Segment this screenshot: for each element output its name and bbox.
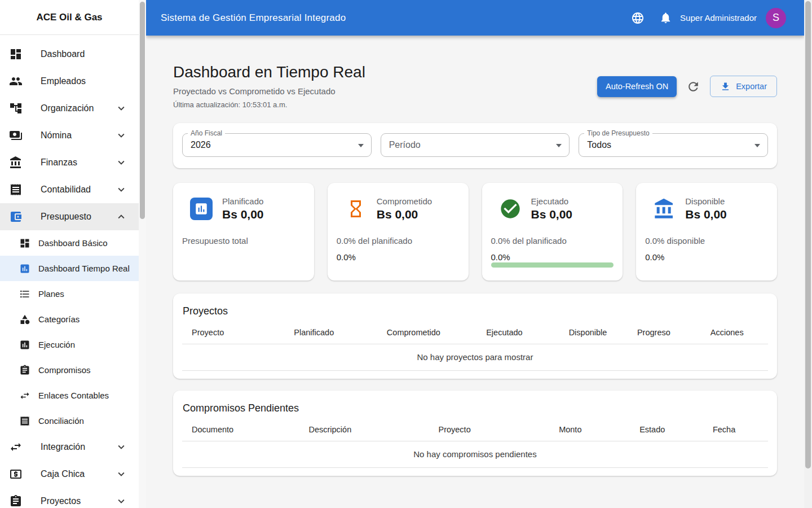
sidebar-item-label: Nómina (41, 130, 115, 141)
swap-icon (19, 390, 30, 401)
select-periodo[interactable]: Período (381, 133, 570, 157)
cash-icon (9, 467, 23, 481)
page-title: Dashboard en Tiempo Real (173, 63, 365, 81)
sidebar-item-finanzas[interactable]: Finanzas (0, 149, 139, 176)
sidebar-subitem-label: Enlaces Contables (38, 391, 109, 400)
refresh-button[interactable] (686, 80, 700, 94)
projects-card: Proyectos ProyectoPlanificadoComprometid… (173, 294, 777, 379)
sidebar-item-label: Empleados (41, 76, 131, 86)
sidebar-subitem-compromisos[interactable]: Compromisos (0, 357, 139, 383)
stat-title: Disponible (685, 196, 727, 206)
sidebar-item-label: Finanzas (41, 157, 115, 168)
sidebar-subitem-categorias[interactable]: Categorías (0, 306, 139, 332)
chevron-down-icon (115, 495, 127, 507)
sidebar-item-nomina[interactable]: Nómina (0, 122, 139, 149)
sidebar-subitem-label: Categorías (38, 314, 80, 324)
sidebar-scrollbar-thumb[interactable] (140, 2, 145, 219)
sidebar-item-proyectos[interactable]: Proyectos (0, 488, 139, 508)
export-button[interactable]: Exportar (710, 76, 777, 97)
sidebar-subitem-planes[interactable]: Planes (0, 281, 139, 306)
page-scrollbar[interactable] (804, 0, 812, 508)
bell-icon[interactable] (659, 11, 672, 24)
sidebar-subitem-label: Planes (38, 289, 64, 299)
select-placeholder: Período (389, 140, 421, 150)
chevron-down-icon (115, 129, 127, 142)
last-update-text: Última actualización: 10:53:01 a.m. (173, 100, 365, 109)
stat-card-ejecutado: EjecutadoBs 0,000.0% del planificado0.0% (482, 183, 623, 281)
sidebar-item-label: Caja Chica (41, 469, 115, 479)
dropdown-arrow-icon (358, 144, 364, 147)
sidebar-item-empleados[interactable]: Empleados (0, 68, 139, 95)
progress-bar (491, 262, 614, 268)
select-tipo-de-presupuesto[interactable]: Tipo de PresupuestoTodos (579, 133, 768, 157)
avatar[interactable]: S (766, 8, 786, 28)
auto-refresh-button[interactable]: Auto-Refresh ON (597, 76, 677, 97)
bar-chart-icon (19, 263, 30, 274)
export-button-label: Exportar (736, 82, 767, 91)
sidebar-item-label: Contabilidad (41, 185, 115, 195)
stat-value: Bs 0,00 (685, 208, 727, 221)
column-header-proyecto: Proyecto (182, 322, 255, 344)
stat-percent: 0.0% (491, 252, 614, 262)
sidebar-subitem-label: Ejecución (38, 340, 75, 349)
sidebar-item-label: Dashboard (41, 49, 131, 59)
sidebar-item-label: Integración (41, 442, 115, 452)
sidebar-subitem-dashboard-basico[interactable]: Dashboard Básico (0, 230, 139, 256)
clipboard-icon (9, 494, 23, 508)
column-header-progreso: Progreso (621, 322, 686, 344)
clipboard-icon (19, 365, 30, 376)
payments-icon (9, 129, 23, 142)
bank-icon (653, 198, 676, 220)
sidebar-subitem-enlaces-contables[interactable]: Enlaces Contables (0, 383, 139, 408)
sidebar-item-contabilidad[interactable]: Contabilidad (0, 176, 139, 203)
sidebar-item-organizacion[interactable]: Organización (0, 95, 139, 122)
empty-message: No hay proyectos para mostrar (182, 344, 768, 371)
stat-title: Comprometido (377, 196, 432, 206)
category-icon (19, 314, 30, 325)
empty-row: No hay proyectos para mostrar (182, 344, 768, 371)
sidebar-item-dashboard[interactable]: Dashboard (0, 41, 139, 68)
sidebar-item-presupuesto[interactable]: Presupuesto (0, 203, 139, 230)
company-name: ACE Oil & Gas (0, 0, 139, 35)
projects-table-title: Proyectos (183, 305, 768, 317)
column-header-ejecutado: Ejecutado (454, 322, 554, 344)
projects-table: ProyectoPlanificadoComprometidoEjecutado… (182, 322, 768, 371)
sidebar-subitem-conciliacion[interactable]: Conciliación (0, 408, 139, 433)
chevron-down-icon (115, 183, 127, 196)
sidebar-subitem-dashboard-tiempo-real[interactable]: Dashboard Tiempo Real (0, 256, 139, 281)
sidebar-item-integracion[interactable]: Integración (0, 433, 139, 461)
check-circle-icon (499, 198, 522, 220)
sidebar: ACE Oil & Gas DashboardEmpleadosOrganiza… (0, 0, 146, 508)
refresh-icon (686, 80, 700, 94)
list-icon (19, 288, 30, 300)
user-name: Super Administrador (680, 13, 757, 23)
dropdown-arrow-icon (754, 144, 760, 147)
commitments-table: DocumentoDescripciónProyectoMontoEstadoF… (182, 419, 768, 468)
sidebar-subitem-label: Compromisos (38, 365, 91, 375)
select-floating-label: Año Fiscal (188, 129, 225, 137)
bank-icon (9, 156, 23, 169)
sidebar-subitem-ejecucion[interactable]: Ejecución (0, 332, 139, 357)
receipt-icon (9, 183, 23, 196)
sidebar-scrollbar[interactable] (139, 0, 146, 508)
globe-icon[interactable] (631, 11, 645, 25)
sidebar-item-caja-chica[interactable]: Caja Chica (0, 461, 139, 488)
bar-chart-icon (190, 198, 213, 220)
sidebar-item-label: Organización (41, 103, 115, 113)
empty-message: No hay compromisos pendientes (182, 441, 768, 468)
stat-value: Bs 0,00 (531, 208, 573, 221)
main-content: Dashboard en Tiempo Real Proyectado vs C… (146, 36, 804, 508)
dashboard-icon (19, 238, 30, 249)
page-subtitle: Proyectado vs Comprometido vs Ejecutado (173, 86, 365, 96)
sidebar-subitem-label: Conciliación (38, 416, 84, 426)
chevron-down-icon (115, 441, 127, 453)
column-header-proyecto: Proyecto (393, 419, 516, 441)
select-floating-label: Tipo de Presupuesto (584, 129, 652, 137)
page-scrollbar-thumb[interactable] (805, 1, 811, 468)
stat-card-disponible: DisponibleBs 0,000.0% disponible0.0% (636, 183, 777, 281)
sidebar-subitem-label: Dashboard Básico (38, 238, 108, 248)
filters-card: Año Fiscal2026PeríodoTipo de Presupuesto… (173, 123, 777, 168)
select-ano-fiscal[interactable]: Año Fiscal2026 (182, 133, 372, 157)
stat-description: 0.0% disponible (645, 236, 768, 246)
commitments-card: Compromisos Pendientes DocumentoDescripc… (173, 391, 777, 476)
